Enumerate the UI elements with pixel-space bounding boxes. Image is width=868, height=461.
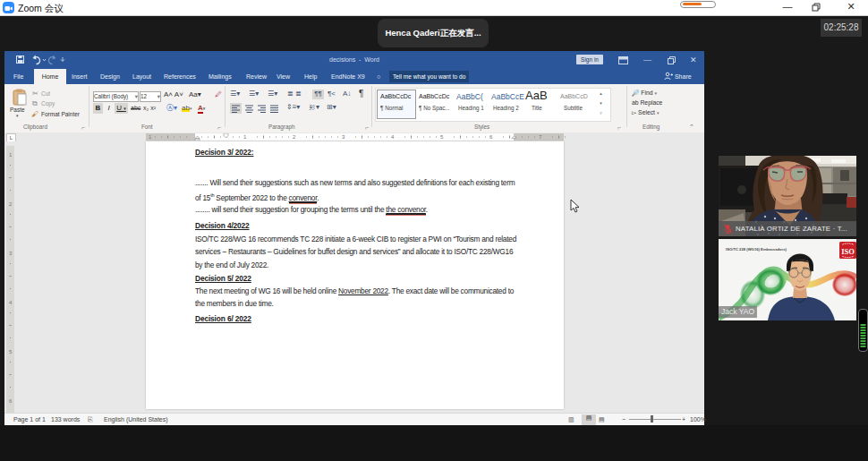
svg-text:ISO: ISO [841,247,855,256]
svg-text:ISO/TC 228 (WG16) Embassadors): ISO/TC 228 (WG16) Embassadors) [726,247,787,252]
